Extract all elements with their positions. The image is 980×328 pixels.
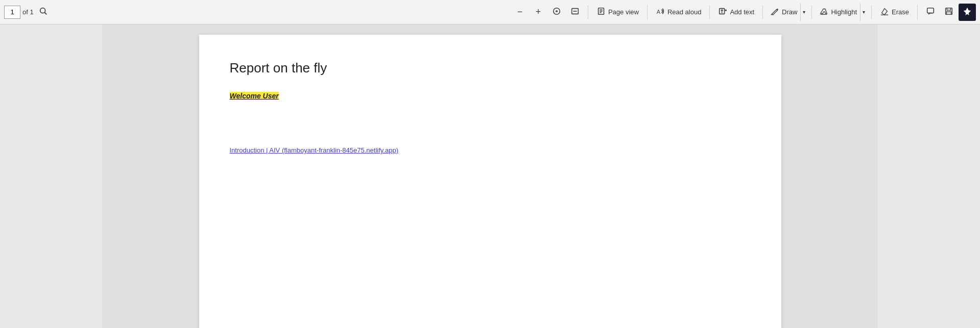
pdf-title: Report on the fly — [230, 60, 751, 76]
page-of-label: of 1 — [22, 8, 34, 16]
divider-7 — [917, 5, 918, 19]
page-view-button[interactable]: Page view — [592, 4, 643, 21]
divider-2 — [647, 5, 648, 19]
fit-width-button[interactable] — [566, 4, 584, 21]
chevron-down-icon-2: ▾ — [863, 9, 865, 15]
left-sidebar — [0, 24, 102, 328]
divider-5 — [811, 5, 812, 19]
svg-rect-20 — [947, 8, 950, 10]
svg-line-1 — [44, 12, 46, 14]
page-number-input[interactable] — [4, 6, 20, 19]
comment-icon — [926, 7, 935, 18]
read-aloud-button[interactable]: A Read aloud — [652, 4, 706, 21]
zoom-in-button[interactable]: + — [530, 4, 547, 21]
highlight-dropdown-arrow[interactable]: ▾ — [860, 4, 867, 21]
read-aloud-icon: A — [656, 7, 665, 17]
fit-page-button[interactable] — [548, 4, 565, 21]
page-number-group: of 1 — [4, 6, 34, 19]
main-content: Report on the fly Welcome User Introduct… — [0, 24, 980, 328]
page-view-label: Page view — [608, 8, 639, 16]
divider-6 — [871, 5, 872, 19]
page-view-icon — [596, 7, 606, 17]
add-text-button[interactable]: Add text — [714, 4, 758, 21]
read-aloud-label: Read aloud — [667, 8, 702, 16]
pdf-welcome-text: Welcome User — [230, 92, 279, 100]
draw-button-group[interactable]: Draw ▾ — [767, 4, 807, 21]
pdf-link[interactable]: Introduction | AIV (flamboyant-franklin-… — [230, 146, 751, 154]
right-sidebar — [878, 24, 980, 328]
zoom-in-icon: + — [536, 7, 541, 17]
erase-icon — [880, 7, 889, 17]
save-button[interactable] — [940, 4, 958, 21]
erase-label: Erase — [892, 8, 909, 16]
add-text-label: Add text — [730, 8, 754, 16]
draw-dropdown-arrow[interactable]: ▾ — [800, 4, 807, 21]
right-icons-group — [922, 4, 976, 21]
divider-1 — [588, 5, 588, 19]
highlight-main[interactable]: Highlight — [816, 4, 860, 21]
highlight-label: Highlight — [831, 8, 857, 16]
svg-point-0 — [40, 8, 45, 13]
pdf-area: Report on the fly Welcome User Introduct… — [102, 24, 878, 328]
fit-page-icon — [552, 7, 561, 18]
erase-button[interactable]: Erase — [876, 4, 913, 21]
fit-width-icon — [570, 7, 580, 18]
highlight-button-group[interactable]: Highlight ▾ — [816, 4, 867, 21]
zoom-out-icon: − — [517, 7, 523, 17]
divider-3 — [709, 5, 710, 19]
save-icon — [944, 7, 953, 18]
draw-label: Draw — [782, 8, 797, 16]
highlight-icon — [819, 7, 828, 17]
draw-icon — [770, 7, 779, 17]
svg-rect-18 — [927, 8, 934, 13]
add-text-icon — [718, 7, 727, 17]
draw-main[interactable]: Draw — [767, 4, 800, 21]
divider-4 — [762, 5, 763, 19]
pin-button[interactable] — [959, 4, 976, 21]
search-icon — [39, 7, 48, 18]
pdf-page: Report on the fly Welcome User Introduct… — [199, 35, 781, 328]
svg-text:A: A — [657, 9, 661, 15]
toolbar: of 1 − + — [0, 0, 980, 24]
chevron-down-icon: ▾ — [803, 9, 805, 15]
comment-button[interactable] — [922, 4, 939, 21]
svg-rect-21 — [947, 11, 951, 14]
pin-icon — [963, 7, 972, 18]
svg-line-15 — [771, 14, 772, 15]
search-button[interactable] — [35, 4, 52, 21]
zoom-out-button[interactable]: − — [511, 4, 529, 21]
